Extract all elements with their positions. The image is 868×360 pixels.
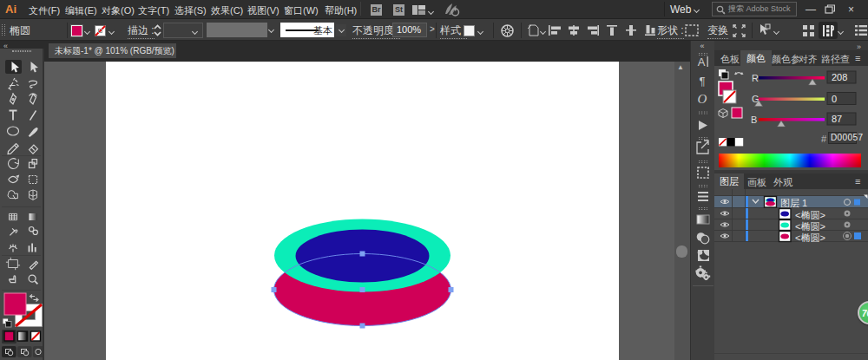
svg-text:¶: ¶ <box>700 75 706 88</box>
svg-text:0: 0 <box>832 94 837 104</box>
svg-text:«: « <box>700 42 704 50</box>
svg-text:O: O <box>698 92 707 106</box>
svg-text:208: 208 <box>832 72 847 82</box>
svg-text:B: B <box>751 115 757 125</box>
svg-text:A: A <box>698 56 706 69</box>
svg-text:87: 87 <box>832 114 842 124</box>
svg-text:R: R <box>752 73 759 83</box>
